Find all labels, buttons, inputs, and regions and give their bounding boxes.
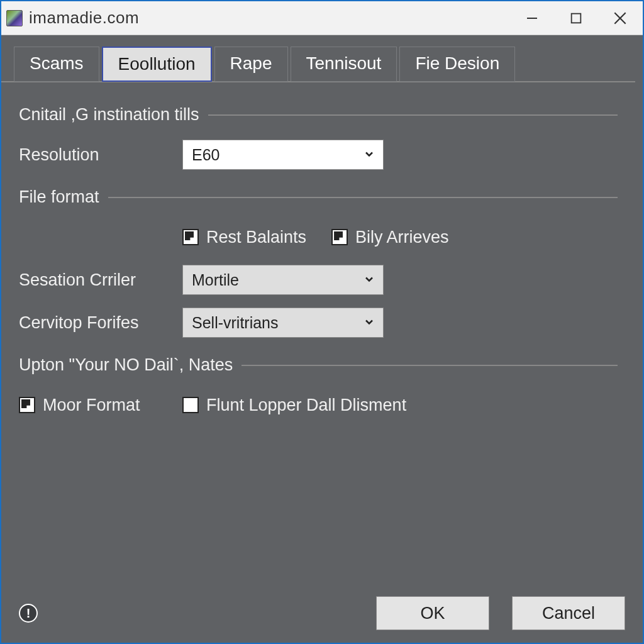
ok-button[interactable]: OK bbox=[376, 596, 489, 630]
window-title: imamadie.com bbox=[29, 8, 519, 28]
dropdown-cervitop[interactable]: Sell-vritrians bbox=[182, 308, 384, 338]
dialog-content: Scams Eoollution Rape Tennisout Fie Desi… bbox=[1, 35, 643, 643]
label-cervitop: Cervitop Forifes bbox=[19, 313, 182, 333]
group-header-instination: Cnitail ,G instination tills bbox=[19, 105, 618, 125]
chevron-down-icon bbox=[363, 314, 375, 332]
tab-panel: Cnitail ,G instination tills Resolution … bbox=[1, 82, 635, 421]
info-glyph: ! bbox=[26, 606, 31, 621]
dropdown-sesation[interactable]: Mortile bbox=[182, 265, 384, 295]
chevron-down-icon bbox=[363, 146, 375, 164]
checkbox-label-flunt-lopper: Flunt Lopper Dall Dlisment bbox=[206, 396, 406, 415]
close-button[interactable] bbox=[608, 6, 633, 31]
checkbox-icon bbox=[182, 229, 199, 245]
checkbox-label-bily-arrieves: Bily Arrieves bbox=[355, 228, 449, 247]
row-cervitop: Cervitop Forifes Sell-vritrians bbox=[19, 306, 618, 339]
titlebar: imamadie.com bbox=[1, 1, 643, 35]
dropdown-cervitop-value: Sell-vritrians bbox=[192, 314, 279, 332]
checkbox-icon bbox=[182, 397, 199, 413]
dropdown-resolution-value: E60 bbox=[192, 146, 219, 164]
close-icon bbox=[612, 10, 628, 26]
cancel-button[interactable]: Cancel bbox=[512, 596, 625, 630]
tab-scams[interactable]: Scams bbox=[14, 47, 99, 82]
group-label-instination: Cnitail ,G instination tills bbox=[19, 105, 199, 125]
tab-tennisout[interactable]: Tennisout bbox=[291, 47, 397, 82]
checkbox-moor-format[interactable]: Moor Format bbox=[19, 396, 182, 415]
minimize-button[interactable] bbox=[519, 6, 545, 31]
group-header-file-format: File format bbox=[19, 187, 618, 207]
app-icon bbox=[6, 10, 23, 26]
dropdown-resolution[interactable]: E60 bbox=[182, 140, 384, 170]
svg-rect-1 bbox=[572, 13, 581, 23]
checkbox-label-moor-format: Moor Format bbox=[43, 396, 140, 415]
row-resolution: Resolution E60 bbox=[19, 138, 618, 171]
minimize-icon bbox=[525, 11, 540, 26]
divider-line bbox=[242, 365, 618, 366]
label-resolution: Resolution bbox=[19, 145, 182, 165]
dialog-window: imamadie.com Scams Eoollution Rape Tenni… bbox=[0, 0, 644, 644]
tab-bar: Scams Eoollution Rape Tennisout Fie Desi… bbox=[1, 47, 635, 82]
row-format-checks: Rest Balaints Bily Arrieves bbox=[19, 221, 618, 253]
tab-rape[interactable]: Rape bbox=[214, 47, 288, 82]
group-label-upton: Upton "Your NO Dail`, Nates bbox=[19, 355, 233, 375]
tab-fie-desion[interactable]: Fie Desion bbox=[399, 47, 515, 82]
label-sesation: Sesation Crriler bbox=[19, 270, 182, 290]
row-sesation: Sesation Crriler Mortile bbox=[19, 264, 618, 296]
checkbox-icon bbox=[331, 229, 348, 245]
chevron-down-icon bbox=[363, 271, 375, 289]
tab-eoollution[interactable]: Eoollution bbox=[102, 47, 212, 82]
checkbox-icon bbox=[19, 397, 35, 413]
row-bottom-checks: Moor Format Flunt Lopper Dall Dlisment bbox=[19, 389, 618, 421]
checkbox-rest-balaints[interactable]: Rest Balaints bbox=[182, 228, 306, 247]
checkbox-label-rest-balaints: Rest Balaints bbox=[206, 228, 306, 247]
group-label-file-format: File format bbox=[19, 187, 99, 207]
info-icon[interactable]: ! bbox=[19, 604, 38, 623]
window-controls bbox=[519, 6, 633, 31]
dialog-footer: ! OK Cancel bbox=[19, 596, 625, 630]
maximize-button[interactable] bbox=[564, 6, 589, 31]
checkbox-flunt-lopper[interactable]: Flunt Lopper Dall Dlisment bbox=[182, 396, 406, 415]
dropdown-sesation-value: Mortile bbox=[192, 271, 239, 289]
divider-line bbox=[208, 114, 618, 116]
divider-line bbox=[108, 197, 618, 198]
group-header-upton: Upton "Your NO Dail`, Nates bbox=[19, 355, 618, 375]
maximize-icon bbox=[569, 11, 583, 25]
checkbox-bily-arrieves[interactable]: Bily Arrieves bbox=[331, 228, 449, 247]
